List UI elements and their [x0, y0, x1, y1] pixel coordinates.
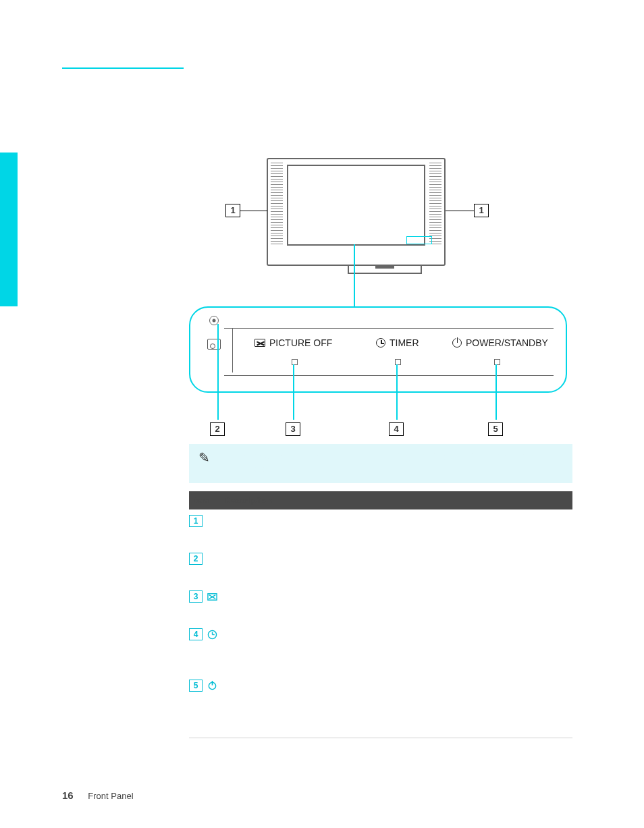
row-title: Remote Control Sensor	[224, 554, 322, 564]
row-title: Speakers	[224, 516, 263, 526]
panel-divider	[232, 328, 233, 372]
speaker-left	[271, 162, 283, 244]
panel-item-picture-off: PICTURE OFF	[254, 337, 332, 348]
picture-off-icon	[254, 339, 265, 347]
table-row: 2 Remote Control Sensor Point the remote…	[189, 547, 572, 585]
panel-label: POWER/STANDBY	[466, 337, 548, 348]
row-desc: LED lights up in green when the picture …	[224, 605, 485, 615]
callout-3: 3	[286, 422, 300, 436]
picture-off-icon	[205, 590, 219, 603]
row-number: 4	[189, 628, 203, 640]
memory-stick-icon	[207, 339, 221, 350]
row-title: TIMER Indicator	[224, 630, 291, 640]
footer-label: Front Panel	[88, 791, 133, 801]
tv-outline	[267, 158, 446, 266]
timer-icon	[205, 628, 219, 640]
note-icon: ✎	[198, 449, 210, 466]
table-row: 1 Speakers Outputs audio signal from the…	[189, 509, 572, 547]
panel-line	[224, 375, 554, 376]
diagram-area: 1 1 PICTURE OFF TI	[189, 158, 581, 441]
callout-4: 4	[389, 422, 404, 436]
row-desc: Point the remote control towards this se…	[224, 568, 398, 578]
tv-stand	[348, 266, 422, 274]
callout-1-right: 1	[474, 204, 489, 217]
page-content: Front Panel Indicators 1 1	[62, 67, 589, 738]
heading-rule	[62, 67, 184, 69]
callout-line	[446, 211, 474, 211]
sub-heading: Indicators	[189, 121, 589, 138]
callout-1-left: 1	[225, 204, 240, 217]
timer-icon	[376, 338, 385, 348]
row-desc: Outputs audio signal from the left and r…	[224, 530, 483, 540]
row-desc: LED lights up in green when the TV is on…	[224, 694, 552, 730]
callout-5: 5	[488, 422, 503, 436]
note-box: ✎ The numbers in the white boxes identif…	[189, 444, 572, 483]
section-heading: Front Panel	[62, 73, 589, 94]
speaker-right	[429, 162, 441, 244]
leader	[495, 364, 497, 420]
th-desc: Description	[221, 491, 572, 509]
row-number: 1	[189, 515, 203, 527]
row-number: 5	[189, 680, 203, 692]
leader	[217, 324, 219, 420]
tv-screen	[287, 165, 425, 246]
table-header: Item Description	[189, 491, 572, 509]
zoom-leader	[354, 244, 355, 306]
th-item: Item	[189, 491, 221, 509]
row-title: PICTURE OFF Indicator	[224, 592, 322, 602]
power-icon	[452, 338, 462, 348]
table-row: 4 TIMER Indicator LED lights up in orang…	[189, 623, 572, 674]
row-number: 2	[189, 553, 203, 565]
panel-item-timer: TIMER	[376, 337, 419, 348]
leader	[293, 364, 294, 420]
callout-line	[240, 211, 267, 211]
page-footer: 16 Front Panel	[62, 790, 134, 801]
power-icon	[205, 680, 219, 692]
panel-label: PICTURE OFF	[269, 337, 332, 348]
panel-item-power: POWER/STANDBY	[452, 337, 548, 348]
callout-2: 2	[210, 422, 225, 436]
row-title: POWER/STANDBY Indicator	[224, 681, 341, 691]
indicator-panel: PICTURE OFF TIMER POWER/STANDBY	[189, 306, 567, 393]
table-row: 5 POWER/STANDBY Indicator LED lights up …	[189, 674, 572, 738]
panel-line	[224, 328, 554, 329]
side-tab	[0, 153, 18, 306]
description-table: Item Description 1 Speakers Outputs audi…	[189, 491, 572, 738]
panel-label: TIMER	[390, 337, 419, 348]
row-number: 3	[189, 590, 203, 603]
note-text: The numbers in the white boxes identify …	[221, 451, 539, 474]
row-desc: LED lights up in orange when the timer i…	[224, 643, 562, 667]
leader	[396, 364, 398, 420]
page-number: 16	[62, 790, 74, 801]
table-row: 3 PICTURE OFF Indicator LED lights up in…	[189, 585, 572, 623]
zoom-source	[406, 236, 432, 244]
